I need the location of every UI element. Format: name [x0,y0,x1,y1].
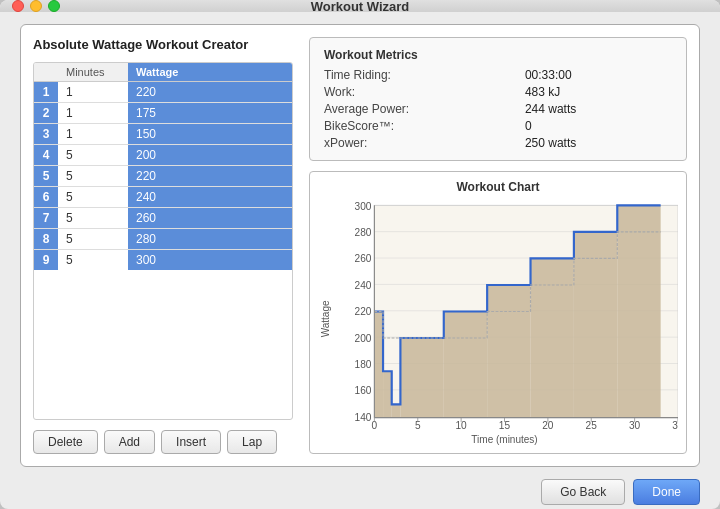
done-button[interactable]: Done [633,479,700,505]
minutes-cell[interactable]: 5 [58,187,128,208]
table-row[interactable]: 45200 [34,145,292,166]
row-number: 5 [34,166,58,187]
minutes-cell[interactable]: 1 [58,124,128,145]
left-section: Absolute Wattage Workout Creator Minutes… [33,37,293,454]
minutes-cell[interactable]: 5 [58,229,128,250]
svg-rect-40 [487,285,530,418]
right-section: Workout Metrics Time Riding:00:33:00Work… [309,37,687,454]
wattage-cell[interactable]: 200 [128,145,292,166]
insert-button[interactable]: Insert [161,430,221,454]
row-number: 4 [34,145,58,166]
svg-rect-36 [383,371,392,417]
metrics-title: Workout Metrics [324,48,672,62]
x-axis-label: Time (minutes) [331,434,678,445]
svg-text:300: 300 [355,201,372,212]
panel-title: Absolute Wattage Workout Creator [33,37,293,52]
main-window: Workout Wizard Absolute Wattage Workout … [0,0,720,509]
maximize-button[interactable] [48,0,60,12]
row-number: 3 [34,124,58,145]
bottom-bar: Go Back Done [20,475,700,509]
wattage-cell[interactable]: 280 [128,229,292,250]
table-row[interactable]: 65240 [34,187,292,208]
close-button[interactable] [12,0,24,12]
col-header-row [34,63,58,82]
table-row[interactable]: 21175 [34,103,292,124]
wattage-cell[interactable]: 150 [128,124,292,145]
svg-text:240: 240 [355,280,372,291]
chart-content: 300 280 260 240 220 200 180 160 140 [331,198,678,439]
metric-value: 250 watts [525,136,672,150]
table-row[interactable]: 55220 [34,166,292,187]
chart-title: Workout Chart [318,180,678,194]
svg-text:220: 220 [355,306,372,317]
go-back-button[interactable]: Go Back [541,479,625,505]
metrics-box: Workout Metrics Time Riding:00:33:00Work… [309,37,687,161]
minutes-cell[interactable]: 1 [58,82,128,103]
svg-rect-39 [444,312,487,418]
wattage-cell[interactable]: 220 [128,82,292,103]
metric-value: 00:33:00 [525,68,672,82]
workout-table-wrapper: Minutes Wattage 112202117531150452005522… [33,62,293,420]
svg-text:35: 35 [672,420,678,431]
wattage-cell[interactable]: 300 [128,250,292,271]
metric-label: Work: [324,85,505,99]
wattage-cell[interactable]: 260 [128,208,292,229]
workout-table: Minutes Wattage 112202117531150452005522… [34,63,292,270]
minutes-cell[interactable]: 1 [58,103,128,124]
metric-label: Time Riding: [324,68,505,82]
window-title: Workout Wizard [311,0,410,14]
svg-rect-42 [574,232,617,418]
table-row[interactable]: 31150 [34,124,292,145]
delete-button[interactable]: Delete [33,430,98,454]
lap-button[interactable]: Lap [227,430,277,454]
svg-rect-43 [617,205,660,417]
wattage-cell[interactable]: 175 [128,103,292,124]
minimize-button[interactable] [30,0,42,12]
main-panel: Absolute Wattage Workout Creator Minutes… [20,24,700,467]
chart-svg-wrapper: 300 280 260 240 220 200 180 160 140 [331,198,678,432]
row-number: 8 [34,229,58,250]
metric-label: BikeScore™: [324,119,505,133]
svg-rect-38 [400,338,443,418]
minutes-cell[interactable]: 5 [58,208,128,229]
minutes-cell[interactable]: 5 [58,166,128,187]
metric-value: 0 [525,119,672,133]
svg-text:280: 280 [355,227,372,238]
metric-label: Average Power: [324,102,505,116]
traffic-lights [12,0,60,12]
table-buttons: Delete Add Insert Lap [33,430,293,454]
wattage-cell[interactable]: 240 [128,187,292,208]
row-number: 9 [34,250,58,271]
svg-rect-41 [531,258,574,417]
metric-label: xPower: [324,136,505,150]
metrics-grid: Time Riding:00:33:00Work:483 kJAverage P… [324,68,672,150]
col-header-wattage: Wattage [128,63,292,82]
svg-text:140: 140 [355,412,372,423]
table-row[interactable]: 11220 [34,82,292,103]
chart-box: Workout Chart Wattage [309,171,687,454]
title-bar: Workout Wizard [0,0,720,12]
row-number: 6 [34,187,58,208]
y-axis-label: Wattage [318,198,331,439]
svg-rect-37 [392,404,401,417]
svg-rect-35 [374,312,383,418]
col-header-minutes: Minutes [58,63,128,82]
minutes-cell[interactable]: 5 [58,250,128,271]
metric-value: 244 watts [525,102,672,116]
chart-svg: 300 280 260 240 220 200 180 160 140 [331,198,678,432]
table-row[interactable]: 75260 [34,208,292,229]
add-button[interactable]: Add [104,430,155,454]
table-row[interactable]: 85280 [34,229,292,250]
svg-text:260: 260 [355,253,372,264]
table-row[interactable]: 95300 [34,250,292,271]
svg-text:180: 180 [355,359,372,370]
svg-text:200: 200 [355,332,372,343]
row-number: 2 [34,103,58,124]
row-number: 1 [34,82,58,103]
metric-value: 483 kJ [525,85,672,99]
svg-text:160: 160 [355,385,372,396]
row-number: 7 [34,208,58,229]
minutes-cell[interactable]: 5 [58,145,128,166]
wattage-cell[interactable]: 220 [128,166,292,187]
chart-container: Wattage [318,198,678,439]
